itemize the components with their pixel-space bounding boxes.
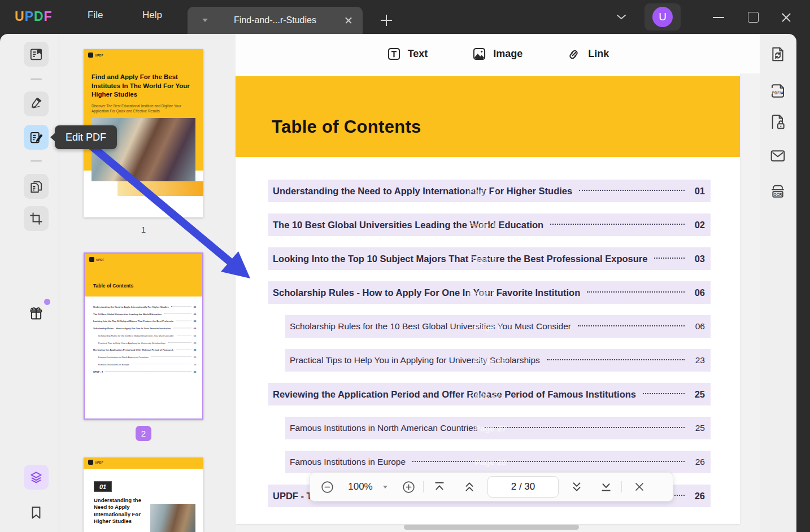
- toc-entry-page-number: 23: [691, 355, 705, 365]
- zoom-out-icon: [320, 480, 334, 494]
- first-page-icon: [433, 481, 446, 493]
- organize-pages-icon: [29, 179, 43, 194]
- thumbnail-1-label: 1: [84, 225, 203, 234]
- toc-entry-label: Reviewing the Application Period and Off…: [273, 389, 636, 400]
- toc-entry-label: Famous Institutions in North American Co…: [290, 423, 478, 433]
- toc-entry-page-number: 01: [691, 186, 705, 197]
- toc-row[interactable]: Understanding the Need to Apply Internat…: [268, 180, 711, 202]
- toc-row[interactable]: Famous Institutions in North American Co…: [285, 417, 711, 439]
- dotted-leader: [654, 258, 685, 259]
- app-body: UPDF Find and Apply For the Best Institu…: [0, 34, 796, 532]
- pager-close-button[interactable]: [622, 481, 657, 492]
- mini-toc-row: Famous Institutions in North American Co…: [93, 354, 196, 361]
- ocr-button[interactable]: OCR: [768, 179, 788, 199]
- toc-entry-label: Practical Tips to Help You in Applying f…: [290, 355, 540, 365]
- page-navigation-toolbar: 100% 2 / 30: [310, 472, 673, 502]
- toc-entry-label: Scholarship Rules - How to Apply For One…: [273, 287, 580, 298]
- new-tab-button[interactable]: [381, 15, 392, 26]
- dotted-leader: [550, 224, 685, 225]
- layers-button[interactable]: [24, 465, 49, 490]
- toc-row[interactable]: Famous Institutions in Europe26Page 28: [285, 451, 711, 473]
- updf-mini-logo: UPDF: [88, 460, 103, 465]
- account-button[interactable]: U: [644, 3, 681, 30]
- dotted-leader: [578, 325, 685, 326]
- zoom-out-button[interactable]: [310, 480, 344, 494]
- pdf-page: Table of Contents Understanding the Need…: [236, 73, 740, 524]
- ghost-page-link-label: Page 28: [474, 457, 507, 467]
- zoom-dropdown[interactable]: [377, 486, 394, 489]
- thumb1-subtitle: Discover The Best Educational Institute …: [92, 103, 193, 114]
- mini-toc-row: Famous Institutions in Europe26: [93, 361, 196, 368]
- annotate-button[interactable]: [24, 91, 49, 116]
- thumb1-accent-band: [117, 181, 203, 196]
- zoom-level: 100%: [344, 481, 377, 492]
- convert-icon: [769, 45, 787, 63]
- edit-pdf-button[interactable]: [24, 125, 49, 150]
- updf-mini-logo: UPDF: [88, 53, 103, 58]
- mini-toc-row: Looking Into the Top 10 Subject Majors T…: [93, 317, 196, 325]
- horizontal-scrollbar-thumb[interactable]: [404, 525, 579, 530]
- toc-row[interactable]: Practical Tips to Help You in Applying f…: [285, 349, 711, 372]
- right-tool-rail: PDF/A OCR: [760, 34, 796, 532]
- thumb2-heading: Table of Contents: [93, 283, 133, 289]
- tab-close-icon[interactable]: [342, 14, 355, 27]
- page-number-field[interactable]: 2 / 30: [484, 476, 563, 498]
- last-page-button[interactable]: [591, 481, 621, 493]
- double-chevron-up-icon: [463, 481, 476, 493]
- edit-pdf-tooltip: Edit PDF: [55, 125, 117, 149]
- bookmark-icon: [28, 505, 44, 521]
- menu-file[interactable]: File: [88, 10, 103, 21]
- document-tab[interactable]: Find-and-...r-Studies: [188, 7, 363, 34]
- ocr-label: OCR: [773, 193, 782, 197]
- toc-row[interactable]: Scholarship Rules - How to Apply For One…: [268, 281, 711, 304]
- text-tool-button[interactable]: Text: [386, 46, 428, 62]
- previous-page-button[interactable]: [455, 481, 484, 493]
- caret-down-icon: [383, 486, 387, 489]
- toc-entry-label: Scholarship Rules for the 10 Best Global…: [290, 321, 571, 332]
- tab-dropdown-icon[interactable]: [202, 19, 208, 22]
- reader-icon: [29, 47, 43, 62]
- organize-pages-button[interactable]: [24, 174, 49, 199]
- thumbnail-2-badge: 2: [136, 426, 151, 441]
- toc-entry-label: Looking Into the Top 10 Subject Majors T…: [273, 254, 647, 264]
- toc-row[interactable]: The 10 Best Global Universities Leading …: [268, 213, 711, 236]
- toc-entry-page-number: 03: [691, 254, 705, 264]
- next-page-button[interactable]: [563, 481, 591, 493]
- page-number-input[interactable]: 2 / 30: [487, 476, 559, 498]
- title-bar: UPDF File Help Find-and-...r-Studies U: [0, 0, 810, 34]
- image-tool-button[interactable]: Image: [472, 46, 522, 62]
- dotted-leader: [412, 461, 685, 462]
- pdfa-button[interactable]: PDF/A: [768, 78, 788, 98]
- menu-help[interactable]: Help: [142, 10, 162, 21]
- toc-entry-label: UPDF - T: [273, 491, 312, 502]
- image-tool-label: Image: [493, 48, 522, 60]
- first-page-button[interactable]: [424, 481, 455, 493]
- toc-row[interactable]: Looking Into the Top 10 Subject Majors T…: [268, 247, 711, 270]
- minimize-button[interactable]: [711, 10, 728, 25]
- bookmark-button[interactable]: [24, 500, 49, 525]
- convert-button[interactable]: [768, 44, 788, 64]
- toc-entry-page-number: 06: [691, 287, 705, 298]
- protect-button[interactable]: [768, 112, 788, 132]
- gift-button[interactable]: [24, 301, 49, 326]
- mail-icon: [769, 147, 787, 165]
- thumbnail-page-2-selected[interactable]: UPDF Table of Contents Understanding the…: [84, 252, 203, 420]
- toc-entry-page-number: 02: [691, 220, 705, 230]
- zoom-in-button[interactable]: [394, 480, 423, 494]
- pdfa-label: PDF/A: [772, 91, 784, 95]
- mini-toc-row: Reviewing the Application Period and Off…: [93, 346, 196, 354]
- reader-mode-button[interactable]: [24, 42, 49, 67]
- window-close-button[interactable]: [778, 10, 795, 25]
- crop-button[interactable]: [24, 206, 49, 231]
- tab-title: Find-and-...r-Studies: [208, 15, 342, 25]
- toc-row[interactable]: Reviewing the Application Period and Off…: [268, 383, 711, 405]
- link-tool-button[interactable]: Link: [567, 46, 609, 62]
- toc-row[interactable]: Scholarship Rules for the 10 Best Global…: [285, 315, 711, 338]
- layers-icon: [29, 470, 43, 485]
- maximize-button[interactable]: [744, 10, 761, 25]
- toc-entry-page-number: 26: [691, 491, 705, 502]
- thumbnail-page-3[interactable]: UPDF 01 Understanding the Need to Apply …: [84, 457, 203, 532]
- chevron-down-icon[interactable]: [616, 14, 627, 20]
- thumb3-chapter-badge: 01: [94, 481, 112, 492]
- share-mail-button[interactable]: [768, 146, 788, 166]
